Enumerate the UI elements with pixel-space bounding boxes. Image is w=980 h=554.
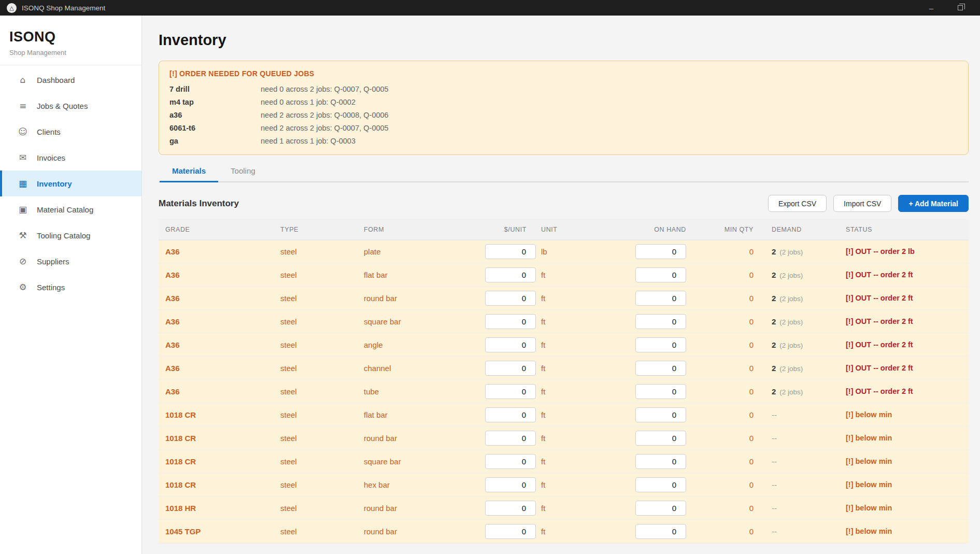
window-controls: – × (917, 0, 980, 16)
unit-cost-input[interactable] (485, 384, 536, 399)
on-hand-input[interactable] (635, 244, 686, 259)
sidebar-item-label: Tooling Catalog (37, 231, 90, 240)
on-hand-input[interactable] (635, 524, 686, 539)
unit-cost-input[interactable] (485, 244, 536, 259)
sidebar-item[interactable]: ⚒ Tooling Catalog (0, 222, 141, 248)
smiley-icon: ☺ (17, 126, 29, 137)
unit-cost-input[interactable] (485, 267, 536, 282)
demand-value: -- (772, 480, 777, 489)
demand-note: (2 jobs) (779, 388, 803, 396)
materials-table: GRADE TYPE FORM $/UNIT UNIT ON HAND MIN … (159, 219, 969, 544)
sidebar-item[interactable]: ▦ Inventory (0, 171, 141, 196)
cell-grade: A36 (159, 294, 280, 303)
on-hand-input[interactable] (635, 407, 686, 422)
cell-unit: ft (541, 527, 619, 536)
unit-cost-input[interactable] (485, 524, 536, 539)
sidebar-item-label: Inventory (37, 179, 72, 188)
unit-cost-input[interactable] (485, 314, 536, 329)
demand-note: (2 jobs) (779, 248, 803, 256)
on-hand-input[interactable] (635, 267, 686, 282)
on-hand-input[interactable] (635, 454, 686, 469)
cell-unit: ft (541, 504, 619, 513)
alert-item: a36 need 2 across 2 jobs: Q-0008, Q-0006 (169, 108, 958, 121)
sidebar-item[interactable]: ⚙ Settings (0, 274, 141, 300)
cell-form: plate (364, 247, 476, 256)
cell-demand: 2(2 jobs) (754, 387, 830, 396)
cell-grade: 1018 CR (159, 434, 280, 443)
unit-cost-input[interactable] (485, 361, 536, 376)
cell-unit: ft (541, 294, 619, 303)
minimize-button[interactable]: – (917, 0, 946, 16)
add-material-button[interactable]: + Add Material (898, 195, 969, 212)
unit-cost-input[interactable] (485, 501, 536, 516)
restore-button[interactable] (946, 0, 975, 16)
alert-item-detail: need 0 across 1 job: Q-0002 (261, 98, 356, 106)
cell-form: flat bar (364, 271, 476, 279)
on-hand-input[interactable] (635, 501, 686, 516)
sidebar-item[interactable]: ≡ Jobs & Quotes (0, 93, 141, 119)
sidebar-item[interactable]: ✉ Invoices (0, 145, 141, 171)
unit-cost-input[interactable] (485, 431, 536, 446)
alert-item-name: 6061-t6 (169, 124, 261, 132)
cell-demand: -- (754, 434, 830, 443)
cell-status: [!] below min (830, 480, 969, 489)
alert-title: [!] ORDER NEEDED FOR QUEUED JOBS (169, 69, 958, 78)
demand-note: (2 jobs) (779, 342, 803, 349)
cell-grade: A36 (159, 247, 280, 256)
cell-grade: A36 (159, 317, 280, 326)
cell-form: hex bar (364, 480, 476, 489)
sidebar-item[interactable]: ☺ Clients (0, 119, 141, 145)
on-hand-input[interactable] (635, 477, 686, 492)
cell-demand: 2(2 jobs) (754, 294, 830, 303)
cell-demand: -- (754, 410, 830, 419)
page-title: Inventory (159, 31, 969, 49)
sidebar-item[interactable]: ▣ Material Catalog (0, 196, 141, 222)
home-icon: ⌂ (17, 75, 29, 85)
sidebar-item[interactable]: ⊘ Suppliers (0, 248, 141, 274)
close-button[interactable]: × (975, 0, 980, 16)
on-hand-input[interactable] (635, 337, 686, 352)
sidebar-item-label: Material Catalog (37, 205, 93, 214)
cell-unit: ft (541, 434, 619, 443)
cell-min-qty: 0 (686, 364, 754, 373)
unit-cost-input[interactable] (485, 407, 536, 422)
sidebar-item[interactable]: ⌂ Dashboard (0, 67, 141, 93)
unit-cost-input[interactable] (485, 337, 536, 352)
on-hand-input[interactable] (635, 361, 686, 376)
table-row: A36 steel angle ft 0 2(2 jobs) (159, 334, 969, 357)
table-row: 1018 CR steel hex bar ft 0 -- (159, 474, 969, 497)
cell-status: [!] OUT -- order 2 ft (830, 271, 969, 279)
cell-type: steel (280, 271, 364, 279)
col-header-type: TYPE (280, 226, 364, 233)
col-header-grade: GRADE (159, 226, 280, 233)
sidebar-item-label: Clients (37, 127, 61, 136)
cell-type: steel (280, 410, 364, 419)
cell-min-qty: 0 (686, 480, 754, 489)
tab[interactable]: Materials (160, 161, 218, 182)
cell-min-qty: 0 (686, 457, 754, 466)
on-hand-input[interactable] (635, 314, 686, 329)
cell-min-qty: 0 (686, 340, 754, 349)
cell-type: steel (280, 340, 364, 349)
cell-min-qty: 0 (686, 527, 754, 536)
cell-form: square bar (364, 317, 476, 326)
cell-status: [!] below min (830, 527, 969, 535)
import-csv-button[interactable]: Import CSV (833, 195, 891, 212)
cell-min-qty: 0 (686, 294, 754, 303)
cell-grade: A36 (159, 271, 280, 279)
on-hand-input[interactable] (635, 384, 686, 399)
on-hand-input[interactable] (635, 431, 686, 446)
cell-form: round bar (364, 434, 476, 443)
unit-cost-input[interactable] (485, 454, 536, 469)
cell-form: square bar (364, 457, 476, 466)
cell-status: [!] below min (830, 504, 969, 512)
unit-cost-input[interactable] (485, 291, 536, 306)
table-row: A36 steel flat bar ft 0 2(2 jobs) (159, 264, 969, 287)
on-hand-input[interactable] (635, 291, 686, 306)
col-header-demand: DEMAND (754, 226, 830, 233)
tab[interactable]: Tooling (218, 161, 268, 182)
cell-min-qty: 0 (686, 271, 754, 279)
unit-cost-input[interactable] (485, 477, 536, 492)
col-header-minqty: MIN QTY (686, 226, 754, 233)
export-csv-button[interactable]: Export CSV (768, 195, 827, 212)
